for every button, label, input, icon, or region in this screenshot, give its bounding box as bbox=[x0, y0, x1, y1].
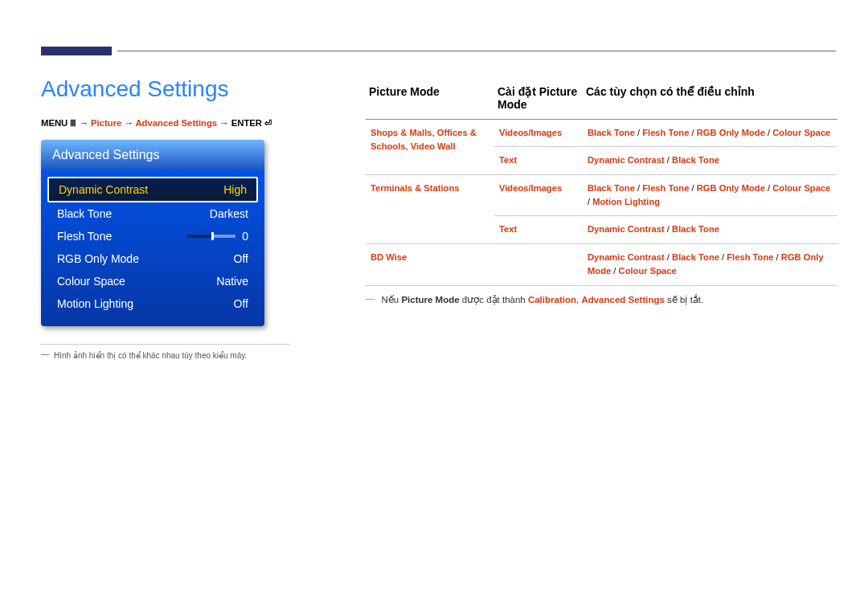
cell-picture-setting: Videos/Images bbox=[494, 120, 583, 147]
path-enter: ENTER bbox=[231, 118, 264, 128]
osd-header: Advanced Settings bbox=[41, 140, 264, 170]
osd-panel: Advanced Settings Dynamic Contrast High … bbox=[41, 140, 264, 326]
cell-picture-setting: Videos/Images bbox=[494, 174, 583, 216]
osd-value: Off bbox=[234, 252, 248, 265]
cell-picture-setting: Text bbox=[494, 147, 583, 174]
osd-value: High bbox=[223, 183, 247, 196]
header-accent-bar bbox=[41, 47, 112, 55]
th-picture-setting: Cài đặt Picture Mode bbox=[494, 80, 583, 120]
osd-value: 0 bbox=[242, 230, 248, 243]
cell-options: Dynamic Contrast / Black Tone bbox=[583, 216, 837, 243]
footnote-divider bbox=[41, 344, 290, 345]
header-divider bbox=[117, 51, 836, 51]
cell-options: Black Tone / Flesh Tone / RGB Only Mode … bbox=[583, 120, 837, 147]
right-column: Picture Mode Cài đặt Picture Mode Các tù… bbox=[366, 80, 837, 305]
osd-label: Motion Lighting bbox=[57, 297, 133, 310]
osd-row-flesh-tone[interactable]: Flesh Tone 0 bbox=[47, 225, 258, 247]
cell-picture-mode: Shops & Malls, Offices & Schools, Video … bbox=[366, 120, 494, 175]
menu-path-prefix: MENU bbox=[41, 118, 70, 128]
page-title: Advanced Settings bbox=[41, 76, 322, 102]
arrow-2: → bbox=[121, 118, 135, 128]
osd-row-motion-lighting[interactable]: Motion Lighting Off bbox=[47, 292, 258, 315]
osd-label: Black Tone bbox=[57, 207, 112, 220]
osd-row-dynamic-contrast[interactable]: Dynamic Contrast High bbox=[47, 177, 258, 202]
osd-label: RGB Only Mode bbox=[57, 252, 139, 265]
osd-label: Colour Space bbox=[57, 275, 125, 288]
cell-picture-setting bbox=[494, 243, 583, 285]
enter-icon: ⏎ bbox=[264, 118, 272, 128]
table-body: Shops & Malls, Offices & Schools, Video … bbox=[366, 120, 837, 286]
osd-row-black-tone[interactable]: Black Tone Darkest bbox=[47, 202, 258, 225]
options-table: Picture Mode Cài đặt Picture Mode Các tù… bbox=[366, 80, 837, 286]
menu-path: MENU Ⅲ → Picture → Advanced Settings → E… bbox=[41, 118, 322, 129]
footnote: ― Hình ảnh hiển thị có thể khác nhau tùy… bbox=[41, 351, 322, 360]
flesh-tone-slider[interactable] bbox=[187, 235, 235, 238]
path-picture: Picture bbox=[91, 118, 121, 128]
table-row: Shops & Malls, Offices & Schools, Video … bbox=[366, 120, 837, 147]
path-advanced: Advanced Settings bbox=[135, 118, 217, 128]
note-text: Nếu Picture Mode được đặt thành Calibrat… bbox=[382, 294, 704, 305]
arrow-3: → bbox=[217, 118, 231, 128]
osd-label: Flesh Tone bbox=[57, 230, 112, 243]
osd-value: Off bbox=[234, 297, 248, 310]
osd-value: Native bbox=[216, 275, 248, 288]
bottom-note: ― Nếu Picture Mode được đặt thành Calibr… bbox=[366, 294, 837, 305]
th-options: Các tùy chọn có thể điều chỉnh bbox=[583, 80, 837, 120]
left-column: Advanced Settings MENU Ⅲ → Picture → Adv… bbox=[41, 76, 322, 360]
osd-body: Dynamic Contrast High Black Tone Darkest… bbox=[41, 170, 264, 326]
note-dash: ― bbox=[366, 293, 375, 304]
osd-label: Dynamic Contrast bbox=[59, 183, 148, 196]
osd-value-slider: 0 bbox=[187, 230, 248, 243]
cell-options: Black Tone / Flesh Tone / RGB Only Mode … bbox=[583, 174, 837, 216]
cell-picture-mode: BD Wise bbox=[366, 243, 494, 285]
table-row: BD WiseDynamic Contrast / Black Tone / F… bbox=[366, 243, 837, 285]
footnote-text: Hình ảnh hiển thị có thể khác nhau tùy t… bbox=[54, 351, 247, 360]
cell-picture-setting: Text bbox=[494, 216, 583, 243]
cell-options: Dynamic Contrast / Black Tone bbox=[583, 147, 837, 174]
footnote-dash: ― bbox=[41, 349, 49, 358]
table-row: Terminals & StationsVideos/ImagesBlack T… bbox=[366, 174, 837, 216]
osd-value: Darkest bbox=[210, 207, 248, 220]
osd-row-colour-space[interactable]: Colour Space Native bbox=[47, 270, 258, 292]
cell-options: Dynamic Contrast / Black Tone / Flesh To… bbox=[583, 243, 837, 285]
arrow-1: → bbox=[76, 118, 91, 128]
cell-picture-mode: Terminals & Stations bbox=[366, 174, 494, 243]
th-picture-mode: Picture Mode bbox=[366, 80, 494, 120]
osd-row-rgb-only[interactable]: RGB Only Mode Off bbox=[47, 247, 258, 270]
